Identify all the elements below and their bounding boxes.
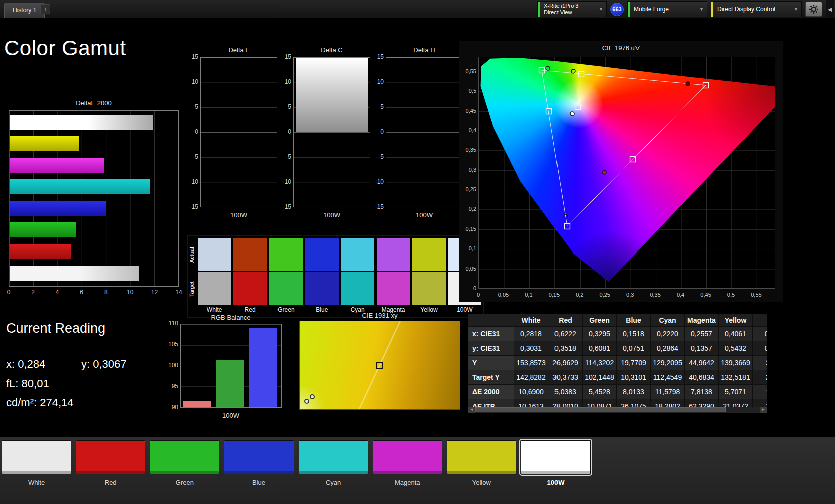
table-scrollbar[interactable]: ◄ ► bbox=[468, 407, 767, 413]
pattern-label: White bbox=[2, 479, 71, 486]
swatch-label: Red bbox=[233, 306, 266, 313]
delta-h-plot bbox=[386, 57, 463, 207]
table-cell: 0,2220 bbox=[651, 327, 685, 341]
history-tab[interactable]: History 1 bbox=[4, 3, 45, 18]
reading-fl: fL: 80,01 bbox=[6, 377, 49, 390]
table-cell: 17 bbox=[753, 399, 767, 407]
table-row: Y153,857326,9629114,320219,7709129,20954… bbox=[468, 356, 767, 370]
table-cell: 132,5181 bbox=[719, 370, 753, 385]
swatch-column-yellow: Yellow bbox=[412, 238, 445, 313]
delta-h-y-tick: 10 bbox=[372, 78, 384, 85]
collapse-panel-button[interactable]: ◀ bbox=[826, 0, 834, 18]
meter-name: X-Rite i1Pro 3 bbox=[544, 3, 578, 9]
display-control-dropdown[interactable]: Direct Display Control ▼ bbox=[711, 1, 802, 17]
pattern-button-100w[interactable] bbox=[521, 440, 591, 474]
table-row: ΔE ITP10,161328,001010,087136,107518,280… bbox=[468, 399, 767, 407]
table-cell: 0,3 bbox=[753, 341, 767, 356]
table-cell: 44,9642 bbox=[685, 356, 719, 370]
deltae-bar-magenta bbox=[10, 158, 104, 173]
table-cell: 0,3031 bbox=[514, 341, 548, 356]
table-cell: 8,0133 bbox=[617, 385, 651, 399]
table-cell: 0,1518 bbox=[617, 327, 651, 341]
table-row-label: Y bbox=[468, 356, 514, 370]
pattern-cyan: Cyan bbox=[299, 440, 368, 486]
cie1976-x-tick: 0,5 bbox=[727, 292, 735, 298]
delta-c-plot bbox=[293, 57, 370, 207]
rgb-bal-y-tick: 90 bbox=[165, 404, 178, 411]
table-header-cell: Blue bbox=[617, 314, 651, 327]
scroll-left-arrow-icon[interactable]: ◄ bbox=[468, 407, 475, 413]
pattern-blue: Blue bbox=[224, 440, 294, 486]
table-row-label: Target Y bbox=[468, 370, 514, 385]
table-header-cell: Green bbox=[583, 314, 617, 327]
cie1976-y-tick: 0,55 bbox=[461, 68, 476, 74]
deltae-x-tick: 6 bbox=[80, 289, 83, 296]
cie1976-x-tick: 0,4 bbox=[677, 292, 684, 298]
calibration-app-window: History 1 + X-Rite i1Pro 3 Direct View ▼… bbox=[0, 0, 835, 504]
delta-l-plot bbox=[200, 57, 277, 207]
top-bar-controls: X-Rite i1Pro 3 Direct View ▼ 663 Mobile … bbox=[537, 0, 834, 18]
table-row-label: x: CIE31 bbox=[468, 327, 514, 341]
cie1976-y-tick: 0 bbox=[461, 285, 476, 291]
swatch-target-red bbox=[233, 272, 266, 305]
settings-button[interactable] bbox=[805, 2, 822, 17]
cie1931-chart: CIE 1931 xy bbox=[299, 312, 460, 412]
table-header-cell: White bbox=[514, 314, 548, 327]
delta-l-y-tick: -10 bbox=[186, 178, 198, 185]
delta-c-y-tick: 0 bbox=[279, 128, 291, 135]
rgb-bal-y-tick: 95 bbox=[165, 383, 178, 390]
actual-target-swatch-strip: Actual Target WhiteRedGreenBlueCyanMagen… bbox=[187, 235, 484, 318]
table-cell: 0,2818 bbox=[514, 327, 548, 341]
pattern-button-magenta[interactable] bbox=[373, 440, 442, 474]
table-cell: 102,1448 bbox=[583, 370, 617, 385]
chevron-left-icon: ◀ bbox=[828, 6, 832, 13]
table-row-label: ΔE ITP bbox=[468, 399, 514, 407]
rgb-bar-green bbox=[216, 360, 244, 407]
swatch-column-white: White bbox=[198, 238, 231, 313]
table-cell: 0,6081 bbox=[583, 341, 617, 356]
chevron-down-icon: ▼ bbox=[597, 7, 606, 12]
delta-c-y-tick: 5 bbox=[279, 103, 291, 110]
pattern-button-red[interactable] bbox=[76, 440, 145, 474]
rgb-bal-x-label: 100W bbox=[180, 412, 282, 419]
swatch-column-red: Red bbox=[233, 238, 266, 313]
reading-count-badge[interactable]: 663 bbox=[610, 3, 624, 16]
pattern-button-green[interactable] bbox=[150, 440, 219, 474]
deltae-bar-yellow bbox=[10, 136, 79, 151]
pattern-button-blue[interactable] bbox=[224, 440, 294, 474]
chevron-down-icon: ▼ bbox=[792, 7, 801, 12]
chevron-down-icon: ▼ bbox=[697, 7, 707, 12]
cie1931-measured-marker bbox=[310, 394, 315, 399]
pattern-button-white[interactable] bbox=[2, 440, 71, 474]
table-cell: 142,8282 bbox=[514, 370, 548, 385]
table-cell: 0,3295 bbox=[583, 327, 617, 341]
rgb-bal-y-tick: 110 bbox=[165, 320, 178, 327]
display-control-label: Direct Display Control bbox=[713, 6, 792, 13]
reading-cdm2: cd/m²: 274,14 bbox=[6, 396, 74, 409]
deltae-x-tick: 4 bbox=[56, 289, 59, 296]
scroll-right-arrow-icon[interactable]: ► bbox=[760, 407, 767, 413]
source-dropdown[interactable]: Mobile Forge ▼ bbox=[627, 1, 707, 17]
cie1976-x-tick: 0,05 bbox=[498, 292, 509, 298]
table-row-label: ΔE 2000 bbox=[468, 385, 514, 399]
delta-l-chart: Delta L151050-5-10-15100W bbox=[186, 46, 279, 226]
delta-h-x-label: 100W bbox=[386, 211, 463, 219]
table-cell: 28,0010 bbox=[548, 399, 583, 407]
meter-dropdown[interactable]: X-Rite i1Pro 3 Direct View ▼ bbox=[537, 1, 607, 17]
add-tab-button[interactable]: + bbox=[40, 4, 50, 14]
gear-icon bbox=[809, 4, 819, 14]
cie1976-x-tick: 0 bbox=[477, 292, 480, 298]
cie1976-y-tick: 0,2 bbox=[461, 206, 476, 212]
cie1976-x-tick: 0,3 bbox=[626, 292, 634, 298]
delta-l-y-tick: -15 bbox=[186, 203, 198, 210]
table-cell: 5,7071 bbox=[719, 385, 753, 399]
table-cell: 0,2557 bbox=[685, 327, 719, 341]
table-cell: 0,1357 bbox=[685, 341, 719, 356]
pattern-button-yellow[interactable] bbox=[447, 440, 516, 474]
cie1976-plot: Gamut Coverage: 84,9% bbox=[478, 57, 775, 289]
pattern-button-cyan[interactable] bbox=[299, 440, 368, 474]
reading-x: x: 0,284 bbox=[6, 358, 45, 371]
pattern-label: Cyan bbox=[299, 479, 368, 486]
scrollbar-thumb[interactable] bbox=[475, 407, 726, 412]
deltae-bar-100w bbox=[10, 115, 153, 130]
